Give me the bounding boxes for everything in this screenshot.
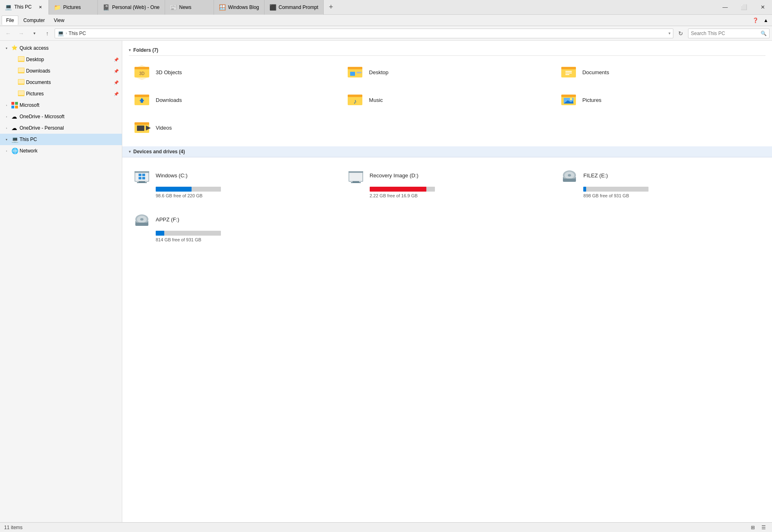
drive-d-name: Recovery Image (D:) [370, 172, 419, 179]
sidebar-icon-downloads [18, 68, 24, 74]
svg-rect-30 [348, 95, 362, 97]
drive-d-bar-container [370, 187, 435, 192]
sidebar-item-desktop[interactable]: Desktop 📌 [0, 54, 122, 65]
back-button[interactable]: ← [2, 28, 14, 39]
svg-rect-43 [135, 171, 149, 173]
svg-rect-10 [11, 106, 14, 108]
expand-icon-network: › [3, 148, 10, 154]
sidebar-label-microsoft: Microsoft [20, 102, 119, 108]
sidebar-item-microsoft[interactable]: › Microsoft [0, 99, 122, 111]
svg-rect-39 [137, 126, 144, 131]
recent-locations-button[interactable]: ▾ [29, 28, 40, 39]
folder-documents[interactable]: Documents [556, 60, 765, 84]
ribbon-tab-computer[interactable]: Computer [19, 16, 49, 25]
tab-cmd[interactable]: ⬛ Command Prompt [265, 0, 324, 15]
main-layout: ▾ ⭐ Quick access Desktop 📌 Downloads 📌 [0, 41, 772, 522]
refresh-button[interactable]: ↻ [675, 28, 686, 39]
svg-rect-53 [353, 181, 359, 182]
address-part-this-pc: This PC [68, 31, 86, 36]
toolbar: ← → ▾ ↑ 💻 › This PC ▾ ↻ 🔍 [0, 26, 772, 41]
tab-label-onenote: Personal (Web) - One [112, 4, 160, 10]
expand-spacer-pictures [10, 91, 16, 97]
drive-f[interactable]: APPZ (F:) 814 GB free of 931 GB [129, 206, 338, 245]
new-tab-button[interactable]: + [324, 0, 338, 15]
large-icons-view-button[interactable]: ⊞ [748, 523, 757, 532]
sidebar-icon-pictures [18, 91, 24, 97]
svg-rect-46 [139, 174, 141, 176]
address-bar[interactable]: 💻 › This PC ▾ [55, 29, 673, 38]
sidebar-item-downloads[interactable]: Downloads 📌 [0, 65, 122, 77]
folder-3d-objects[interactable]: 3D 3D Objects [129, 60, 339, 84]
svg-rect-11 [15, 106, 18, 108]
tab-this-pc[interactable]: 💻 This PC ✕ [0, 0, 49, 15]
tab-windows-blog[interactable]: 🪟 Windows Blog [214, 0, 265, 15]
up-button[interactable]: ↑ [42, 28, 53, 39]
close-button[interactable]: ✕ [753, 0, 772, 15]
sidebar-icon-microsoft [11, 102, 18, 108]
folder-videos[interactable]: Videos [129, 115, 339, 140]
search-input[interactable] [691, 31, 759, 36]
drive-d-header: Recovery Image (D:) [346, 166, 419, 185]
tab-icon-cmd: ⬛ [269, 4, 276, 11]
folder-name-videos: Videos [156, 125, 172, 131]
svg-rect-47 [142, 174, 145, 176]
folder-music[interactable]: ♪ Music [342, 88, 552, 112]
svg-rect-54 [351, 182, 361, 183]
sidebar-label-downloads: Downloads [26, 68, 112, 74]
sidebar-item-this-pc[interactable]: ▾ 💻 This PC [0, 134, 122, 145]
devices-section-header: ▾ Devices and drives (4) [122, 146, 772, 157]
tab-onenote[interactable]: 📓 Personal (Web) - One [98, 0, 165, 15]
sidebar-label-pictures: Pictures [26, 91, 112, 97]
forward-button[interactable]: → [15, 28, 27, 39]
drive-f-free: 814 GB free of 931 GB [156, 237, 201, 242]
expand-spacer-desktop [10, 56, 16, 63]
svg-rect-9 [15, 102, 18, 105]
sidebar-label-onedrive-microsoft: OneDrive - Microsoft [20, 114, 119, 119]
sidebar-icon-this-pc: 💻 [11, 136, 18, 143]
sidebar-item-onedrive-personal[interactable]: › ☁ OneDrive - Personal [0, 122, 122, 134]
folders-collapse-icon[interactable]: ▾ [129, 48, 131, 52]
sidebar-item-onedrive-microsoft[interactable]: › ☁ OneDrive - Microsoft [0, 111, 122, 122]
sidebar-item-quick-access[interactable]: ▾ ⭐ Quick access [0, 42, 122, 54]
drive-c-name: Windows (C:) [156, 172, 187, 179]
sidebar-item-network[interactable]: › 🌐 Network [0, 145, 122, 157]
maximize-button[interactable]: ⬜ [735, 0, 753, 15]
drive-e[interactable]: FILEZ (E:) 898 GB free of 931 GB [556, 162, 765, 201]
details-view-button[interactable]: ☰ [759, 523, 768, 532]
svg-rect-5 [18, 79, 24, 84]
drive-c[interactable]: Windows (C:) 98.6 GB free of 220 GB [129, 162, 338, 201]
sidebar-label-this-pc: This PC [20, 137, 119, 142]
devices-header-label: Devices and drives (4) [133, 149, 185, 155]
tab-label-pictures: Pictures [63, 4, 81, 10]
svg-rect-23 [565, 73, 572, 73]
ribbon-toggle-button[interactable]: ▲ [761, 16, 770, 25]
tab-news[interactable]: 📰 News [165, 0, 214, 15]
svg-point-63 [140, 218, 143, 221]
folder-name-downloads: Downloads [156, 97, 182, 103]
drive-d[interactable]: Recovery Image (D:) 2.22 GB free of 16.9… [343, 162, 552, 201]
ribbon-tab-view[interactable]: View [50, 16, 68, 25]
title-bar: 💻 This PC ✕ 📁 Pictures 📓 Personal (Web) … [0, 0, 772, 15]
folder-downloads[interactable]: Downloads [129, 88, 339, 112]
svg-rect-17 [348, 67, 362, 69]
minimize-button[interactable]: — [716, 0, 735, 15]
expand-spacer-documents [10, 79, 16, 86]
folder-pictures[interactable]: Pictures [556, 88, 765, 112]
drive-f-header: APPZ (F:) [132, 210, 179, 229]
sidebar-item-documents[interactable]: Documents 📌 [0, 77, 122, 88]
search-box[interactable]: 🔍 [688, 29, 770, 38]
help-button[interactable]: ❓ [751, 16, 760, 25]
devices-grid: Windows (C:) 98.6 GB free of 220 GB [129, 162, 765, 245]
folder-desktop[interactable]: Desktop [342, 60, 552, 84]
svg-rect-28 [141, 101, 143, 103]
drive-f-bar-container [156, 231, 221, 236]
expand-icon-onedrive-microsoft: › [3, 113, 10, 120]
tab-pictures[interactable]: 📁 Pictures [49, 0, 98, 15]
devices-collapse-icon[interactable]: ▾ [129, 150, 131, 154]
svg-rect-52 [349, 171, 363, 173]
sidebar-icon-documents [18, 79, 24, 86]
address-dropdown-icon[interactable]: ▾ [668, 31, 671, 35]
sidebar-item-pictures[interactable]: Pictures 📌 [0, 88, 122, 99]
ribbon-tab-file[interactable]: File [2, 15, 18, 25]
tab-close-this-pc[interactable]: ✕ [37, 4, 44, 10]
